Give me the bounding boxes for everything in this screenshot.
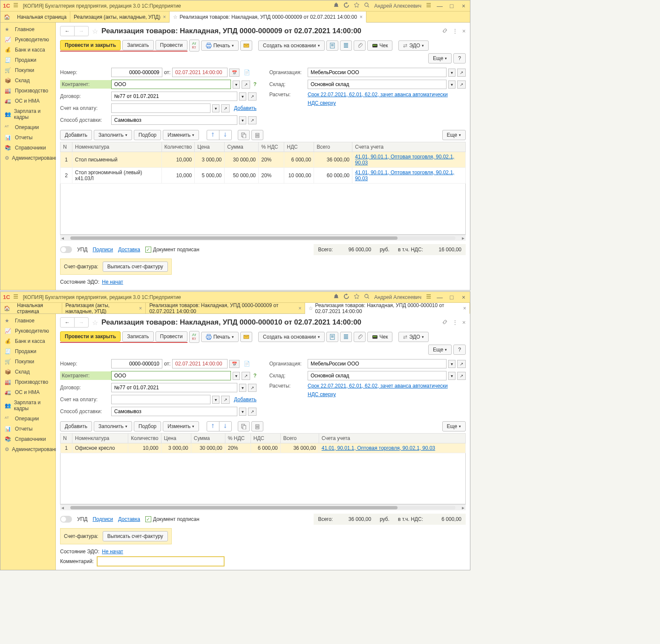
more-button[interactable]: Еще▾ [428, 345, 452, 355]
doc-button[interactable] [326, 332, 338, 342]
contract-input[interactable] [111, 383, 237, 392]
sidebar-item[interactable]: 📚Справочники [0, 143, 55, 153]
create-based-button[interactable]: Создать на основании▾ [258, 40, 325, 51]
sidebar-item[interactable]: 📊Отчеты [0, 132, 55, 143]
dropdown-button[interactable]: ▾ [239, 408, 246, 416]
favorite-icon[interactable]: ☆ [92, 319, 98, 327]
table-row[interactable]: 2Стол эргономичный (левый) х41.03Л10,000… [61, 168, 466, 184]
close-button[interactable]: × [460, 294, 467, 301]
close-icon[interactable]: × [139, 305, 142, 311]
realizations-tab[interactable]: Реализация (акты, накладные, УПД)× [62, 303, 146, 313]
close-icon[interactable]: × [360, 14, 363, 20]
close-icon[interactable]: × [298, 305, 301, 311]
more-button[interactable]: Еще▾ [428, 53, 452, 63]
home-icon[interactable]: 🏠 [0, 303, 14, 313]
help-icon[interactable]: ? [254, 373, 257, 379]
back-button[interactable]: ← [61, 26, 75, 36]
link-icon[interactable] [442, 319, 448, 326]
open-button[interactable]: ↗ [457, 69, 466, 77]
close-icon[interactable]: × [463, 305, 466, 311]
active-tab[interactable]: ☆Реализация товаров: Накладная, УПД 0000… [170, 12, 366, 23]
sidebar-item[interactable]: 🧾Продажи [0, 55, 55, 65]
sidebar-item[interactable]: 💰Банк и касса [0, 45, 55, 55]
calculations-link[interactable]: Срок 22.07.2021, 62.01, 62.02, зачет ава… [308, 383, 448, 389]
close-icon[interactable]: × [163, 14, 166, 20]
signed-checkbox[interactable]: ✓Документ подписан [145, 516, 199, 522]
delete-button[interactable] [251, 421, 263, 431]
horizontal-scrollbar[interactable]: ◂▸ [60, 504, 466, 510]
contractor-input[interactable] [111, 80, 231, 89]
sidebar-item[interactable]: 🛒Покупки [0, 65, 55, 75]
sidebar-item[interactable]: 💰Банк и касса [0, 336, 55, 346]
bell-icon[interactable] [333, 2, 339, 9]
dropdown-button[interactable]: ▾ [239, 116, 246, 124]
sidebar-item[interactable]: ᴬᵀОперации [0, 122, 55, 132]
upd-toggle[interactable] [60, 246, 72, 253]
move-up-button[interactable]: 🡑 [207, 130, 219, 140]
dropdown-button[interactable]: ▾ [448, 80, 455, 89]
post-close-button[interactable]: Провести и закрыть [60, 40, 121, 50]
pick-button[interactable]: Подбор [134, 421, 161, 431]
invoice-account-input[interactable] [111, 104, 210, 113]
contractor-input[interactable] [111, 371, 231, 380]
dropdown-button[interactable]: ▾ [448, 360, 455, 368]
issue-invoice-button[interactable]: Выписать счет-фактуру [103, 531, 168, 541]
warehouse-input[interactable] [308, 80, 447, 89]
calendar-button[interactable]: 📅 [229, 69, 239, 77]
open-button[interactable]: ↗ [248, 384, 257, 392]
sidebar-item[interactable]: 🚛ОС и НМА [0, 96, 55, 106]
table-row[interactable]: 1Офисное кресло10,0003 000,00 30 000,002… [61, 443, 466, 453]
fill-button[interactable]: Заполнить▾ [94, 130, 132, 140]
fill-button[interactable]: Заполнить▾ [94, 421, 132, 431]
edo-status-link[interactable]: Не начат [102, 549, 123, 555]
sidebar-item[interactable]: 📈Руководителю [0, 34, 55, 45]
move-down-button[interactable]: 🡓 [219, 130, 231, 140]
cheque-button[interactable]: 📟Чек [367, 332, 393, 342]
list-button[interactable] [340, 40, 352, 51]
organization-input[interactable] [308, 359, 447, 368]
signatures-link[interactable]: Подписи [92, 516, 113, 522]
list-button[interactable] [340, 332, 352, 342]
number-input[interactable] [111, 359, 162, 368]
help-button[interactable]: ? [453, 345, 466, 355]
help-button[interactable]: ? [453, 53, 466, 63]
open-button[interactable]: ↗ [242, 372, 250, 380]
number-input[interactable] [111, 68, 162, 77]
forward-button[interactable]: → [75, 318, 88, 327]
issue-invoice-button[interactable]: Выписать счет-фактуру [103, 262, 168, 272]
mail-button[interactable] [240, 40, 252, 51]
calendar-button[interactable]: 📅 [229, 360, 239, 368]
settings-icon[interactable] [426, 2, 432, 9]
add-row-button[interactable]: Добавить [60, 421, 92, 431]
sidebar-item[interactable]: 🧾Продажи [0, 346, 55, 356]
sidebar-item[interactable]: ★Главное [0, 316, 55, 326]
delete-button[interactable] [251, 130, 263, 140]
minimize-button[interactable]: — [436, 3, 444, 9]
upd-toggle[interactable] [60, 516, 72, 523]
mail-button[interactable] [240, 332, 252, 342]
sidebar-item[interactable]: 📚Справочники [0, 434, 55, 444]
edo-status-link[interactable]: Не начат [102, 279, 123, 285]
vat-link[interactable]: НДС сверху [308, 100, 336, 106]
warehouse-input[interactable] [308, 371, 447, 380]
accounts-link[interactable]: 41.01, 90.01.1, Оптовая торговля, 90.02.… [355, 154, 454, 166]
more-icon[interactable]: ⋮ [452, 319, 458, 326]
delivery-input[interactable] [111, 115, 237, 125]
add-link[interactable]: Добавить [234, 397, 257, 402]
sidebar-item[interactable]: 📊Отчеты [0, 424, 55, 434]
dropdown-button[interactable]: ▾ [212, 396, 219, 404]
invoice-account-input[interactable] [111, 395, 210, 404]
post-close-button[interactable]: Провести и закрыть [60, 331, 121, 342]
add-row-button[interactable]: Добавить [60, 130, 92, 140]
close-button[interactable]: × [460, 3, 467, 9]
sidebar-item[interactable]: 📈Руководителю [0, 326, 55, 336]
history-icon[interactable] [343, 293, 349, 301]
table-row[interactable]: 1Стол письменный10,0003 000,00 30 000,00… [61, 152, 466, 168]
pick-button[interactable]: Подбор [134, 130, 161, 140]
realizations-tab[interactable]: Реализация (акты, накладные, УПД)× [70, 12, 170, 22]
open-button[interactable]: ↗ [221, 396, 230, 404]
sidebar-item[interactable]: 🏭Производство [0, 86, 55, 96]
date-input[interactable] [172, 68, 228, 77]
accounts-link[interactable]: 41.01, 90.01.1, Оптовая торговля, 90.02.… [355, 170, 454, 181]
minimize-button[interactable]: — [436, 294, 444, 301]
